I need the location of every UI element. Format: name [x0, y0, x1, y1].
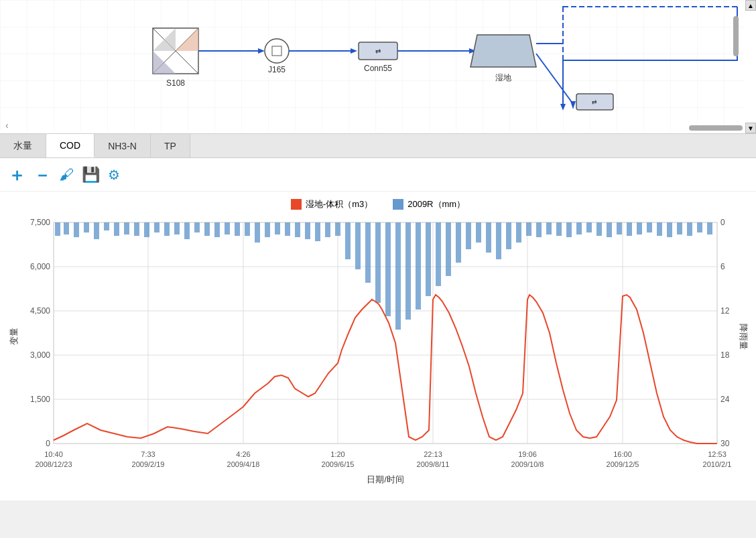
tabs-bar: 水量 COD NH3-N TP	[0, 134, 756, 158]
x-axis-label: 日期/时间	[367, 474, 404, 484]
save-button[interactable]: 💾	[82, 167, 100, 182]
tab-water[interactable]: 水量	[0, 134, 46, 157]
svg-rect-62	[84, 222, 89, 232]
svg-rect-107	[536, 222, 542, 237]
svg-rect-76	[225, 222, 230, 234]
svg-rect-122	[687, 222, 692, 236]
scroll-bar-h[interactable]	[689, 125, 743, 131]
svg-text:1,500: 1,500	[30, 395, 50, 404]
svg-text:10:40: 10:40	[44, 450, 63, 458]
scroll-up-arrow[interactable]: ▲	[745, 0, 756, 11]
chart-area: 湿地-体积（m3） 2009R（mm） 变量 降雨量	[0, 192, 756, 500]
svg-rect-80	[265, 222, 270, 237]
y-axis-left-label: 变量	[9, 328, 19, 345]
svg-rect-113	[596, 222, 602, 236]
svg-text:湿地: 湿地	[495, 73, 511, 82]
svg-text:0: 0	[46, 439, 50, 448]
svg-text:7:33: 7:33	[141, 450, 155, 458]
svg-rect-123	[697, 222, 702, 232]
remove-button[interactable]: －	[34, 166, 51, 184]
svg-text:1:20: 1:20	[330, 450, 344, 458]
svg-rect-78	[245, 222, 250, 236]
svg-rect-115	[617, 222, 622, 234]
legend-item-rain: 2009R（mm）	[393, 198, 465, 210]
svg-rect-102	[486, 222, 491, 253]
svg-rect-82	[285, 222, 290, 236]
svg-rect-85	[315, 222, 320, 241]
svg-rect-91	[375, 222, 381, 303]
legend-color-rain	[393, 199, 403, 210]
svg-rect-95	[416, 222, 421, 310]
svg-text:2009/2/19: 2009/2/19	[132, 460, 165, 468]
svg-rect-86	[325, 222, 330, 237]
svg-rect-89	[355, 222, 361, 269]
svg-text:2008/12/23: 2008/12/23	[35, 460, 72, 468]
svg-rect-83	[295, 222, 300, 237]
svg-text:2009/8/11: 2009/8/11	[417, 460, 450, 468]
svg-rect-70	[164, 222, 170, 236]
legend-label-rain: 2009R（mm）	[407, 198, 465, 210]
svg-text:Conn55: Conn55	[364, 64, 392, 73]
svg-rect-120	[667, 222, 672, 237]
svg-rect-116	[627, 222, 632, 236]
svg-text:3,000: 3,000	[30, 350, 50, 360]
svg-text:2010/2/1: 2010/2/1	[703, 460, 732, 468]
svg-rect-108	[546, 222, 552, 234]
svg-rect-105	[516, 222, 521, 243]
svg-text:4,500: 4,500	[30, 306, 50, 316]
svg-rect-63	[94, 222, 99, 239]
svg-rect-90	[365, 222, 371, 283]
svg-rect-109	[556, 222, 562, 236]
brush-button[interactable]: 🖌	[59, 167, 74, 182]
settings-button[interactable]: ⚙	[108, 168, 120, 182]
svg-text:6: 6	[720, 262, 725, 271]
svg-rect-119	[657, 222, 662, 236]
svg-rect-65	[114, 222, 119, 236]
scroll-down-arrow[interactable]: ▼	[745, 123, 756, 133]
legend-label-wetland: 湿地-体积（m3）	[306, 198, 373, 210]
svg-rect-118	[647, 222, 652, 232]
svg-text:18: 18	[720, 350, 730, 360]
svg-rect-60	[64, 222, 69, 234]
svg-rect-106	[526, 222, 531, 236]
scroll-left-arrow[interactable]: ‹	[5, 120, 9, 131]
svg-rect-117	[637, 222, 642, 234]
svg-text:4:26: 4:26	[236, 450, 250, 458]
svg-text:2009/12/5: 2009/12/5	[607, 460, 639, 468]
chart-legend: 湿地-体积（m3） 2009R（mm）	[7, 198, 749, 210]
y-axis-right-label: 降雨量	[739, 324, 749, 350]
svg-text:S108: S108	[166, 78, 185, 88]
tab-nh3n[interactable]: NH3-N	[94, 134, 151, 157]
svg-text:2009/6/15: 2009/6/15	[322, 460, 355, 468]
svg-rect-66	[124, 222, 129, 234]
svg-rect-93	[395, 222, 401, 330]
svg-text:J165: J165	[268, 65, 286, 74]
svg-text:12: 12	[720, 306, 730, 316]
svg-rect-59	[55, 222, 60, 236]
svg-text:19:06: 19:06	[518, 450, 537, 458]
tab-tp[interactable]: TP	[151, 134, 190, 157]
svg-rect-74	[204, 222, 210, 236]
svg-rect-96	[426, 222, 431, 296]
svg-rect-103	[496, 222, 501, 259]
add-button[interactable]: ＋	[8, 166, 25, 184]
svg-rect-100	[466, 222, 471, 249]
svg-text:0: 0	[720, 218, 725, 227]
chart-wrapper: 变量 降雨量 7,500 6,000 4,500	[7, 216, 749, 497]
svg-rect-112	[586, 222, 592, 232]
svg-text:22:13: 22:13	[424, 450, 442, 458]
legend-color-wetland	[291, 199, 302, 210]
tab-cod[interactable]: COD	[46, 134, 94, 157]
svg-text:2009/10/8: 2009/10/8	[511, 460, 544, 468]
svg-rect-121	[677, 222, 682, 234]
svg-rect-77	[235, 222, 240, 236]
svg-rect-69	[154, 222, 160, 232]
svg-text:24: 24	[720, 395, 730, 404]
svg-rect-67	[134, 222, 139, 236]
svg-rect-84	[305, 222, 310, 239]
svg-rect-104	[506, 222, 511, 249]
svg-rect-73	[194, 222, 200, 232]
diagram-area: S108 J165 ⇄ Conn55 湿地 ⇄	[0, 0, 756, 134]
main-chart-svg: 变量 降雨量 7,500 6,000 4,500	[7, 216, 749, 497]
svg-rect-88	[345, 222, 351, 259]
